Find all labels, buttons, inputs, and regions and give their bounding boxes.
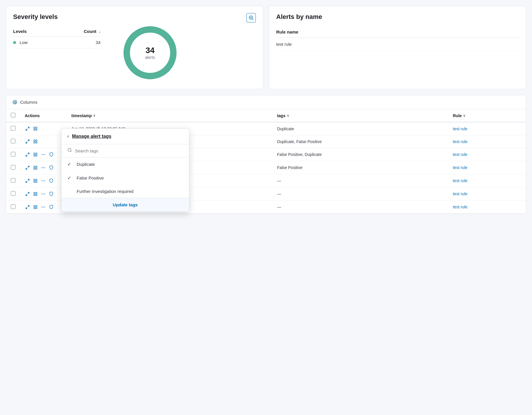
row-checkbox[interactable]: [11, 204, 15, 209]
row-checkbox-cell: [6, 161, 20, 174]
row-checkbox[interactable]: [11, 191, 15, 196]
svg-rect-22: [36, 155, 37, 156]
network-icon-button[interactable]: [33, 152, 38, 157]
dropdown-header: ‹ Manage alert tags: [61, 129, 189, 144]
tag-item[interactable]: Further investigation required: [61, 185, 189, 198]
network-icon-button[interactable]: [33, 126, 38, 131]
dots-button[interactable]: [40, 165, 46, 170]
expand-button[interactable]: [25, 152, 30, 157]
count-col-header: Count ↓: [54, 27, 101, 36]
svg-point-34: [44, 167, 45, 168]
rule-link[interactable]: test rule: [453, 165, 467, 170]
dots-button[interactable]: [40, 204, 46, 210]
svg-rect-30: [34, 168, 35, 169]
search-tags-input[interactable]: [75, 148, 183, 153]
tag-item[interactable]: ✓ False Positive: [61, 171, 189, 185]
row-checkbox[interactable]: [11, 178, 15, 183]
donut-chart: 34 alerts: [112, 24, 188, 82]
rule-link[interactable]: test rule: [453, 126, 467, 131]
svg-rect-48: [34, 194, 35, 195]
network-icon-button[interactable]: [33, 165, 38, 170]
tag-label: False Positive: [77, 175, 104, 180]
row-checkbox[interactable]: [11, 139, 15, 143]
tags-sort-icon[interactable]: ∨: [287, 114, 289, 118]
level-count-cell: 34: [54, 36, 101, 49]
svg-point-51: [43, 194, 44, 194]
rule-cell: test rule: [448, 201, 526, 214]
rule-link[interactable]: test rule: [453, 205, 467, 209]
svg-rect-28: [34, 166, 35, 167]
actions-cell: [20, 174, 67, 187]
network-icon-button[interactable]: [33, 204, 38, 210]
network-icon-button[interactable]: [33, 178, 38, 184]
severity-panel-title: Severity levels: [13, 13, 58, 21]
update-tags-button[interactable]: Update tags: [113, 202, 138, 207]
tag-items-container: ✓ Duplicate ✓ False Positive Further inv…: [61, 157, 189, 198]
row-checkbox-cell: [6, 148, 20, 161]
row-checkbox[interactable]: [11, 165, 15, 170]
expand-button[interactable]: [25, 165, 30, 170]
svg-rect-47: [36, 192, 37, 193]
rule-sort-icon[interactable]: ∨: [463, 114, 466, 118]
actions-col-header: Actions: [20, 109, 67, 122]
tags-cell: —: [272, 201, 448, 214]
tags-cell: Duplicate: [272, 122, 448, 135]
svg-rect-31: [36, 168, 37, 169]
rule-link[interactable]: test rule: [453, 178, 467, 183]
rule-name-col-header: Rule name: [276, 27, 519, 38]
row-checkbox-cell: [6, 187, 20, 201]
dots-button[interactable]: [40, 178, 46, 184]
donut-count: 34: [145, 46, 155, 55]
svg-rect-20: [36, 153, 37, 154]
svg-rect-7: [34, 127, 35, 128]
alerts-table: Rule name test rule: [276, 27, 519, 51]
expand-button[interactable]: [25, 204, 30, 210]
svg-rect-37: [34, 179, 35, 180]
alerts-table-row: test rule: [276, 38, 519, 51]
shield-button[interactable]: [48, 178, 54, 184]
rule-link[interactable]: test rule: [453, 139, 467, 144]
row-checkbox-cell: [6, 174, 20, 187]
tag-item[interactable]: ✓ Duplicate: [61, 157, 189, 171]
actions-cell: [20, 122, 67, 135]
row-checkbox[interactable]: [11, 126, 15, 131]
select-all-col: [6, 109, 20, 122]
shield-button[interactable]: [48, 191, 54, 197]
network-icon-button[interactable]: [33, 139, 38, 144]
dots-button[interactable]: [40, 191, 46, 197]
svg-rect-55: [34, 205, 35, 206]
shield-button[interactable]: [48, 204, 54, 210]
zoom-icon[interactable]: [246, 13, 256, 22]
expand-button[interactable]: [25, 126, 30, 131]
rule-link[interactable]: test rule: [453, 191, 467, 196]
expand-button[interactable]: [25, 178, 30, 184]
shield-button[interactable]: [48, 152, 54, 157]
svg-rect-10: [36, 129, 37, 130]
sort-down-icon[interactable]: ↓: [99, 30, 101, 34]
row-checkbox-cell: [6, 122, 20, 135]
rule-link[interactable]: test rule: [453, 152, 467, 157]
rule-cell: test rule: [448, 148, 526, 161]
columns-label: Columns: [20, 100, 37, 105]
svg-point-43: [44, 180, 45, 181]
severity-table: Levels Count ↓ Low 34: [13, 27, 101, 49]
actions-cell: [20, 187, 67, 201]
select-all-checkbox[interactable]: [11, 113, 15, 117]
search-icon: [67, 148, 72, 154]
expand-button[interactable]: [25, 191, 30, 197]
expand-button[interactable]: [25, 139, 30, 144]
row-checkbox-cell: [6, 201, 20, 214]
network-icon-button[interactable]: [33, 191, 38, 197]
back-arrow-icon[interactable]: ‹: [67, 133, 69, 139]
shield-button[interactable]: [48, 165, 54, 170]
severity-content: Levels Count ↓ Low 34: [13, 27, 256, 82]
level-name: Low: [20, 40, 28, 45]
rule-cell: test rule: [448, 174, 526, 187]
svg-rect-15: [34, 142, 35, 143]
tag-check-icon: ✓: [67, 175, 73, 181]
row-checkbox[interactable]: [11, 152, 15, 156]
timestamp-sort-icon[interactable]: ∨: [93, 114, 96, 118]
svg-point-32: [41, 167, 42, 168]
dots-button[interactable]: [40, 152, 46, 157]
svg-rect-40: [36, 181, 37, 182]
